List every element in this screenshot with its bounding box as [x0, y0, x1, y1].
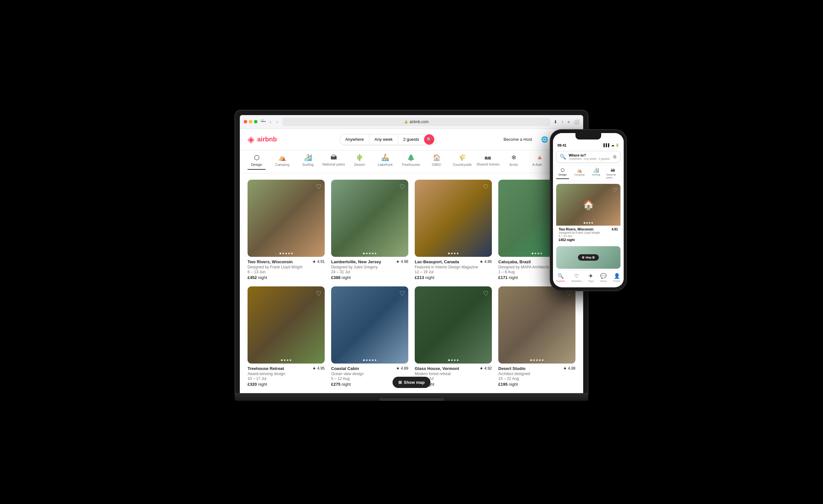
phone-nav-inbox[interactable]: 💬 Inbox	[600, 273, 607, 283]
sidebar-button[interactable]	[261, 120, 266, 124]
category-item-countryside[interactable]: 🌾 Countryside	[453, 154, 471, 170]
phone-map-button[interactable]: ⊞ Map ⊞	[578, 254, 599, 261]
show-map-button[interactable]: ⊞ Show map	[392, 377, 431, 388]
phone-nav-wishlists[interactable]: ♡ Wishlists	[571, 273, 582, 283]
card-dates: 12 – 19 Jul	[415, 270, 492, 274]
airbnb-logo-text: airbnb	[257, 136, 277, 143]
category-item-surfing[interactable]: 🏄 Surfing	[299, 154, 317, 170]
phone-search-icon: 🔍	[560, 154, 566, 160]
category-item-omg[interactable]: 🏠 OMG!	[428, 154, 446, 170]
phone-filter-icon[interactable]: ⚙	[613, 154, 617, 159]
card-price: £320 night	[248, 382, 325, 387]
airbnb-logo[interactable]: ◈ airbnb	[248, 134, 277, 145]
card-subtitle: Designed by Frank Lloyd Wright	[248, 265, 325, 269]
category-item-shared-homes[interactable]: 🏘 Shared homes	[479, 154, 497, 169]
card-dots	[448, 359, 459, 361]
phone-nav-trips[interactable]: ✈ Trips	[588, 273, 594, 283]
category-icon-camping: ⛺	[279, 154, 287, 161]
property-image: ♡	[331, 286, 408, 363]
download-button[interactable]: ⬇	[553, 119, 557, 124]
phone-property-card[interactable]: 🏠 ♡ Two Rivers, Wisconsin	[556, 184, 621, 243]
category-item-national-parks[interactable]: 🏔 National parks	[325, 154, 343, 169]
card-dots	[280, 253, 293, 254]
category-item-a-frames[interactable]: 🔺 A-frames	[530, 154, 542, 170]
category-item-lakefront[interactable]: 🚣 Lakefront	[376, 154, 394, 170]
phone-categories: ⬡ Design ⛺ Camping 🏄 Surfing 🏔 National …	[553, 166, 624, 181]
category-item-desert[interactable]: 🌵 Desert	[350, 154, 368, 170]
close-button[interactable]	[244, 120, 247, 124]
category-icon-desert: 🌵	[356, 154, 364, 161]
category-label-surfing: Surfing	[303, 163, 314, 167]
wishlist-button[interactable]: ♡	[316, 183, 321, 191]
property-card[interactable]: ♡ Glass House, Vermont ★ 4.92 Modern for…	[415, 286, 492, 387]
category-label-a-frames: A-frames	[532, 163, 542, 167]
phone-wishlist-button[interactable]: ♡	[613, 187, 617, 193]
wishlist-button[interactable]: ♡	[316, 290, 321, 297]
phone-card-price: £452 night	[559, 238, 618, 242]
phone-search-box[interactable]: 🔍 Where to? Anywhere · Any week · 2 gues…	[556, 151, 621, 163]
wishlist-button[interactable]: ♡	[399, 183, 405, 191]
become-host-button[interactable]: Become a Host	[500, 134, 536, 144]
anywhere-pill[interactable]: Anywhere	[340, 134, 369, 144]
card-price: £452 night	[248, 275, 325, 280]
property-card[interactable]: ♡ Lac-Beauport, Canada ★ 4.86 Featured i…	[415, 180, 492, 280]
phone-category-surfing[interactable]: 🏄 Surfing	[590, 167, 603, 179]
tabs-button[interactable]: ⬜	[574, 119, 579, 124]
address-bar[interactable]: 🔒 airbnb.com	[282, 118, 550, 126]
phone-status-icons: ▌▌▌ ☁ 🔋	[604, 143, 619, 147]
new-tab-button[interactable]: +	[567, 119, 570, 124]
category-label-lakefront: Lakefront	[378, 163, 392, 167]
property-card[interactable]: ♡ Lambertville, New Jersey ★ 4.98 Design…	[331, 180, 408, 280]
back-button[interactable]: ‹	[269, 119, 273, 125]
category-item-design[interactable]: ⬡ Design	[248, 154, 266, 170]
search-bar[interactable]: Anywhere Any week 2 guests 🔍	[340, 134, 437, 145]
card-subtitle: Modern forest retreat	[415, 372, 492, 376]
phone-card-rating: 4.91	[612, 227, 618, 231]
property-image: ♡	[248, 180, 325, 257]
card-subtitle: Award-winning design	[248, 372, 325, 376]
language-button[interactable]: 🌐	[539, 134, 550, 145]
category-label-design: Design	[251, 163, 262, 167]
guests-pill[interactable]: 2 guests	[398, 134, 424, 144]
browser-chrome: ‹ › 🔒 airbnb.com ⬇ ↑ + ⬜	[240, 115, 583, 129]
wishlist-button[interactable]: ♡	[483, 183, 489, 191]
card-location: Glass House, Vermont	[415, 366, 459, 371]
card-dots	[363, 253, 376, 254]
phone-search-label: Where to?	[569, 153, 610, 157]
category-label-camping: Camping	[275, 163, 289, 167]
property-card[interactable]: ♡ Two Rivers, Wisconsin ★ 4.91 Designed …	[248, 180, 325, 280]
property-card[interactable]: ♡ Desert Studio ★ 4.88 Architect designe…	[498, 286, 575, 387]
phone-category-dese---[interactable]: 🌵 Dese...	[623, 167, 624, 179]
phone-category-design[interactable]: ⬡ Design	[556, 167, 569, 179]
phone-nav-explore[interactable]: 🔍 Explore	[556, 273, 565, 283]
phone-device: 09:41 ▌▌▌ ☁ 🔋 🔍 Where to? Anywhere · Any…	[550, 129, 627, 291]
phone-bottom-nav: 🔍 Explore ♡ Wishlists ✈ Trips 💬 Inbox 👤 …	[553, 271, 624, 285]
card-price: £213 night	[415, 275, 492, 280]
property-card[interactable]: ♡ Coastal Cabin ★ 4.89 Ocean view design…	[331, 286, 408, 387]
category-item-arctic[interactable]: ❄ Arctic	[505, 154, 523, 170]
category-icon-surfing: 🏄	[304, 154, 312, 161]
share-button[interactable]: ↑	[561, 119, 563, 124]
phone-nav-profile[interactable]: 👤 Profile	[613, 273, 621, 283]
minimize-button[interactable]	[249, 120, 253, 124]
category-item-treehouses[interactable]: 🌲 Treehouses	[402, 154, 420, 170]
phone-category-national-parks[interactable]: 🏔 National parks	[606, 167, 619, 179]
phone-card-image: 🏠 ♡	[556, 184, 621, 226]
browser-actions: ⬇ ↑ + ⬜	[553, 119, 579, 124]
category-icon-omg: 🏠	[433, 154, 441, 161]
phone-map-card[interactable]: ⊞ Map ⊞	[556, 246, 621, 269]
any-week-pill[interactable]: Any week	[369, 134, 398, 144]
search-button[interactable]: 🔍	[424, 134, 434, 145]
forward-button[interactable]: ›	[275, 119, 279, 125]
wishlist-button[interactable]: ♡	[483, 290, 489, 297]
card-location: Desert Studio	[498, 366, 526, 371]
category-icon-arctic: ❄	[511, 154, 517, 161]
wishlist-button[interactable]: ♡	[399, 290, 405, 297]
category-label-arctic: Arctic	[509, 163, 518, 167]
maximize-button[interactable]	[254, 120, 258, 124]
category-icon-a-frames: 🔺	[536, 154, 542, 161]
phone-category-camping[interactable]: ⛺ Camping	[573, 167, 586, 179]
category-item-camping[interactable]: ⛺ Camping	[273, 154, 291, 170]
property-card[interactable]: ♡ Treehouse Retreat ★ 4.95 Award-winning…	[248, 286, 325, 387]
card-rating: ★ 4.92	[480, 366, 492, 371]
